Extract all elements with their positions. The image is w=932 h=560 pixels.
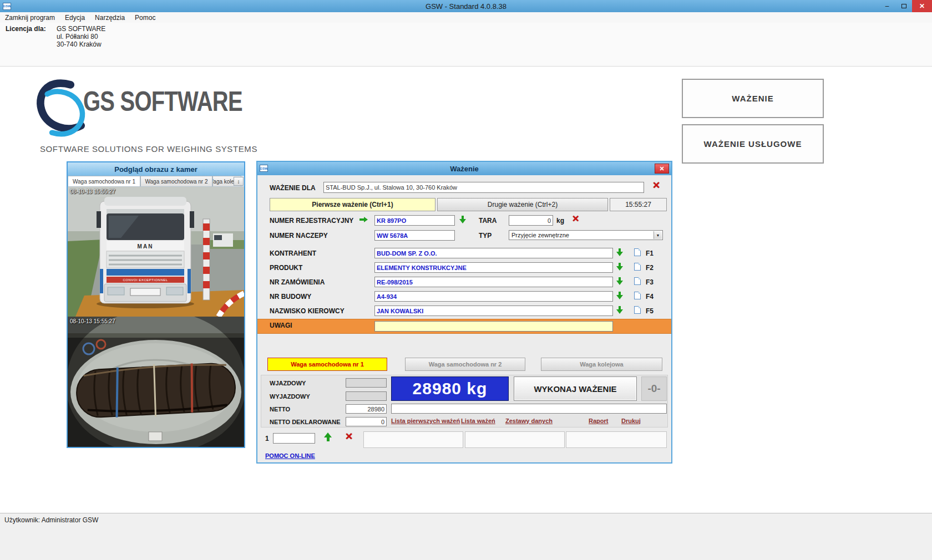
- kontrahent-lookup-icon[interactable]: [616, 248, 623, 256]
- nazwisko-kierowcy-lookup-icon[interactable]: [616, 306, 623, 314]
- dialog-titlebar: GSW Ważenie: [257, 162, 671, 175]
- link-zestawy-danych[interactable]: Zestawy danych: [505, 418, 553, 424]
- license-region: Licencja dla: GS SOFTWARE ul. Półłanki 8…: [0, 23, 932, 67]
- link-lista-wazen[interactable]: Lista ważeń: [461, 418, 495, 424]
- numer-rejestracyjny-input[interactable]: [374, 215, 455, 226]
- nr-budowy-list-icon[interactable]: [634, 292, 641, 299]
- menu-item-narzedzia[interactable]: Narzędzia: [90, 13, 130, 23]
- license-label: Licencja dla:: [6, 25, 57, 48]
- kontrahent-label: KONTRAHENT: [270, 250, 316, 257]
- weight-extra-input[interactable]: [391, 404, 667, 414]
- status-bar: Użytkownik: Administrator GSW: [0, 513, 932, 560]
- window-title: GSW - Standard 4.0.8.38: [0, 2, 932, 11]
- footer-index-label: 1: [265, 435, 269, 442]
- typ-label: TYP: [479, 232, 492, 240]
- dialog-time: 15:55:27: [610, 198, 667, 211]
- scale-button-waga-2[interactable]: Waga samochodowa nr 2: [405, 358, 525, 371]
- produkt-list-icon[interactable]: [634, 263, 641, 271]
- scale-button-waga-1[interactable]: Waga samochodowa nr 1: [267, 358, 387, 371]
- tab-pierwsze-wazenie[interactable]: Pierwsze ważenie (Ctrl+1): [270, 198, 435, 211]
- camera-tab-bar: Waga samochodowa nr 1 Waga samochodowa n…: [68, 176, 244, 187]
- license-info: Licencja dla: GS SOFTWARE ul. Półłanki 8…: [6, 25, 105, 48]
- netto-deklarowane-input[interactable]: [346, 417, 387, 426]
- menu-item-edycja[interactable]: Edycja: [60, 13, 90, 23]
- netto-label: NETTO: [270, 406, 290, 413]
- numer-rejestracyjny-lookup-icon[interactable]: [459, 216, 466, 223]
- nr-budowy-fkey: F4: [646, 293, 654, 301]
- truck-brand-text: MAN: [138, 243, 154, 250]
- nr-zamowienia-fkey: F3: [646, 278, 654, 286]
- wykonaj-wazenie-button[interactable]: WYKONAJ WAŻENIE: [514, 376, 637, 401]
- tab-drugie-wazenie[interactable]: Drugie ważenie (Ctrl+2): [437, 198, 608, 211]
- kontrahent-list-icon[interactable]: [634, 248, 641, 256]
- uwagi-input[interactable]: [374, 321, 613, 332]
- numer-naczepy-label: NUMER NACZEPY: [270, 232, 328, 240]
- nr-zamowienia-list-icon[interactable]: [634, 277, 641, 285]
- produkt-label: PRODUKT: [270, 264, 302, 272]
- scale-button-waga-kolejowa[interactable]: Waga kolejowa: [541, 358, 662, 371]
- restore-button[interactable]: [895, 0, 912, 12]
- truck-banner-text: CONVOI EXCEPTIONNEL: [123, 278, 168, 282]
- license-street: ul. Półłanki 80: [57, 33, 105, 40]
- camera-tab-waga-1[interactable]: Waga samochodowa nr 1: [68, 176, 140, 187]
- link-drukuj[interactable]: Drukuj: [621, 418, 641, 424]
- typ-dropdown-arrow-icon[interactable]: ▼: [654, 231, 662, 239]
- numer-naczepy-input[interactable]: [374, 230, 455, 241]
- wjazdowy-input: [346, 378, 387, 388]
- nr-budowy-lookup-icon[interactable]: [616, 292, 623, 299]
- gsw-application-window: GSW GSW - Standard 4.0.8.38 – ✕ Zamknij …: [0, 0, 932, 560]
- logo-text: GS SOFTWARE: [83, 85, 242, 118]
- status-user-text: Użytkownik: Administrator GSW: [4, 516, 98, 524]
- close-button[interactable]: ✕: [912, 0, 932, 12]
- window-titlebar: GSW GSW - Standard 4.0.8.38 – ✕: [0, 0, 932, 12]
- camera-window-title: Podgląd obrazu z kamer: [68, 162, 244, 176]
- nr-budowy-input[interactable]: [374, 291, 613, 302]
- produkt-lookup-icon[interactable]: [616, 263, 623, 271]
- pomoc-online-link[interactable]: POMOC ON-LINE: [265, 452, 315, 459]
- typ-dropdown[interactable]: Przyjęcie zewnętrzne ▼: [509, 230, 663, 240]
- menu-item-zamknij-program[interactable]: Zamknij program: [0, 13, 60, 23]
- dialog-close-button[interactable]: ✕: [655, 164, 669, 174]
- tara-unit-label: kg: [556, 217, 564, 225]
- weight-display: 28980 kg: [391, 376, 509, 401]
- footer-up-arrow-icon[interactable]: [324, 432, 332, 441]
- truck-photo: MAN CONVOI EXCEPTIONNEL: [68, 187, 244, 317]
- produkt-input[interactable]: [374, 262, 613, 273]
- nazwisko-kierowcy-input[interactable]: [374, 306, 613, 316]
- kontrahent-input[interactable]: [374, 248, 613, 258]
- minimize-button[interactable]: –: [879, 0, 895, 12]
- wjazdowy-label: WJAZDOWY: [270, 380, 306, 386]
- tara-label: TARA: [479, 217, 497, 225]
- footer-cell-1: [363, 431, 463, 448]
- coil-photo: [68, 317, 244, 447]
- nazwisko-kierowcy-list-icon[interactable]: [634, 306, 641, 314]
- footer-index-input[interactable]: [273, 433, 315, 444]
- camera-tab-waga-2[interactable]: Waga samochodowa nr 2: [140, 176, 212, 187]
- logo-tagline: SOFTWARE SOLUTIONS FOR WEIGHING SYSTEMS: [40, 144, 257, 154]
- menu-item-pomoc[interactable]: Pomoc: [130, 13, 160, 23]
- produkt-fkey: F2: [646, 264, 654, 272]
- nr-zamowienia-lookup-icon[interactable]: [616, 277, 623, 285]
- footer-cell-2: [465, 431, 565, 448]
- wazenie-uslugowe-button[interactable]: WAŻENIE USŁUGOWE: [682, 124, 824, 164]
- typ-dropdown-value: Przyjęcie zewnętrzne: [511, 232, 569, 238]
- tara-input[interactable]: [509, 215, 553, 226]
- menu-bar: Zamknij program Edycja Narzędzia Pomoc: [0, 12, 932, 23]
- numer-rejestracyjny-label: NUMER REJESTRACYJNY: [270, 217, 353, 225]
- uwagi-label: UWAGI: [270, 322, 292, 329]
- tara-clear-icon[interactable]: ✕: [572, 215, 579, 223]
- license-company: GS SOFTWARE: [57, 25, 105, 33]
- footer-clear-icon[interactable]: ✕: [345, 433, 353, 441]
- wazenie-button[interactable]: WAŻENIE: [682, 79, 824, 118]
- camera-timestamp-top: 08-10-13 15:55:27: [70, 189, 115, 195]
- camera-image-coil: 08-10-13 15:55:27: [68, 317, 244, 447]
- link-lista-pierwszych-wazen[interactable]: Lista pierwszych ważeń: [391, 418, 460, 424]
- link-raport[interactable]: Raport: [589, 418, 608, 424]
- camera-image-truck: MAN CONVOI EXCEPTIONNEL 08-10-13 15:55:2…: [68, 187, 244, 317]
- nr-zamowienia-input[interactable]: [374, 277, 613, 287]
- kontrahent-fkey: F1: [646, 250, 654, 257]
- wazenie-dla-clear-icon[interactable]: ✕: [652, 182, 660, 190]
- camera-tabs-scroll-button[interactable]: ↕: [234, 177, 244, 186]
- wyjazdowy-input: [346, 391, 387, 401]
- wazenie-dla-input[interactable]: [323, 182, 644, 193]
